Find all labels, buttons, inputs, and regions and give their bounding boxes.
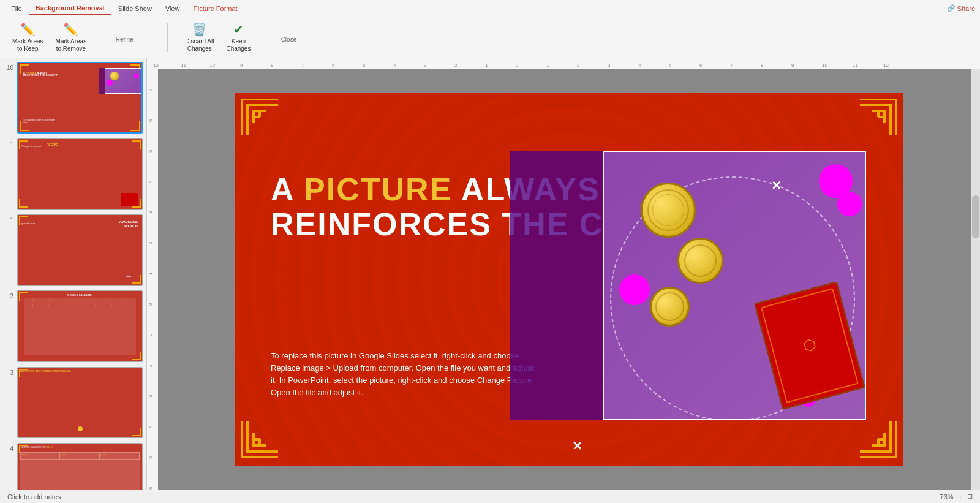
slide-thumb-13[interactable]: INFOGRAPHICS: MAKE YOUR DATA UNDERSTANDA… (17, 367, 143, 438)
slide-item-12[interactable]: 2 THIS IS A CALENDAR SMTWTFS 25262728293… (2, 289, 144, 363)
scrollbar-track[interactable] (971, 69, 980, 490)
svg-text:3: 3 (148, 395, 153, 398)
tab-file[interactable]: File (5, 2, 28, 15)
slide-thumb-12[interactable]: THIS IS A CALENDAR SMTWTFS 2526272829303… (17, 290, 143, 361)
main-area: 10 A PICTURE ALWAYSREINFORCES THE CONCEP… (0, 58, 980, 490)
mark-areas-keep-button[interactable]: ✏️ Mark Areasto Keep (7, 20, 48, 55)
ribbon: File Background Removal Slide Show View … (0, 0, 980, 58)
keep-label: KeepChanges (226, 38, 251, 53)
svg-text:1: 1 (546, 62, 549, 67)
slide-item-10[interactable]: 10 A PICTURE ALWAYSREINFORCES THE CONCEP… (2, 61, 144, 135)
refine-group: ✏️ Mark Areasto Keep ✏️ Mark Areasto Rem… (7, 20, 155, 55)
slide-canvas: A PICTURE ALWAYS REINFORCES THE CO To re… (235, 93, 903, 466)
svg-text:0: 0 (148, 303, 153, 306)
mark-remove-icon: ✏️ (63, 22, 78, 37)
ruler-top: 1211109876543210123456789101112 (147, 58, 980, 69)
slide-number-1: 1 (4, 141, 13, 148)
tab-background-removal[interactable]: Background Removal (29, 2, 111, 15)
svg-text:1: 1 (485, 62, 488, 67)
corner-deco-tl (241, 99, 303, 162)
slide-body-text: To replace this picture in Google Slides… (271, 350, 540, 399)
svg-text:5: 5 (148, 456, 153, 459)
svg-text:0: 0 (516, 62, 519, 67)
svg-text:3: 3 (608, 62, 611, 67)
tab-picture-format[interactable]: Picture Format (187, 2, 244, 15)
close-group: 🗑️ Discard AllChanges ✔ KeepChanges Clos… (180, 20, 319, 55)
magenta-blob-2 (837, 192, 862, 216)
svg-text:12: 12 (153, 62, 159, 67)
share-button[interactable]: 🔗 Share (947, 4, 975, 12)
svg-text:5: 5 (363, 62, 366, 67)
slide-number-10: 10 (4, 64, 13, 71)
ruler-side-wrapper: 7 6 5 4 3 2 1 0 1 2 3 4 5 6 7 (147, 69, 980, 490)
slide-thumb-1[interactable]: RECIPE Primary is the dominant... (17, 138, 143, 210)
svg-text:4: 4 (148, 425, 153, 428)
tab-slide-show[interactable]: Slide Show (112, 2, 158, 15)
status-notes: Click to add notes (7, 493, 61, 501)
svg-text:12: 12 (883, 62, 889, 67)
svg-text:6: 6 (148, 119, 153, 122)
status-fit-icon[interactable]: ⊡ (967, 493, 973, 501)
mark-remove-label: Mark Areasto Remove (56, 38, 87, 53)
ribbon-divider-1 (167, 23, 168, 52)
svg-text:3: 3 (148, 211, 153, 214)
svg-text:6: 6 (332, 62, 335, 67)
slide-item-1[interactable]: 1 RECIPE Primary is the dominant... (2, 137, 144, 211)
status-zoom-out-icon[interactable]: − (931, 493, 935, 501)
status-bar: Click to add notes − 73% + ⊡ (0, 490, 980, 503)
tab-view[interactable]: View (159, 2, 186, 15)
svg-text:2: 2 (148, 364, 153, 367)
svg-text:2: 2 (454, 62, 458, 67)
ruler-left: 7 6 5 4 3 2 1 0 1 2 3 4 5 6 7 (147, 69, 158, 490)
content-area: 1211109876543210123456789101112 7 6 5 (147, 58, 980, 490)
slide-canvas-area[interactable]: A PICTURE ALWAYS REINFORCES THE CO To re… (158, 69, 980, 490)
ruler-svg-top: 1211109876543210123456789101112 (147, 58, 980, 67)
bg-removal-image-area[interactable]: ⬡ (603, 151, 866, 420)
svg-text:7: 7 (730, 62, 733, 67)
svg-text:6: 6 (699, 62, 703, 67)
coin-1 (641, 183, 696, 238)
slide-thumb-10[interactable]: A PICTURE ALWAYSREINFORCES THE CONCEPT T… (17, 62, 143, 134)
status-zoom-level: 73% (940, 493, 954, 501)
slide-item-13[interactable]: 3 INFOGRAPHICS: MAKE YOUR DATA UNDERSTAN… (2, 366, 144, 439)
slide-thumb-11[interactable]: figure with clouds AWESOMEWORDS ☁️☁️ (17, 214, 143, 286)
svg-text:7: 7 (148, 88, 153, 91)
svg-text:4: 4 (393, 62, 396, 67)
corner-deco-bl (241, 396, 303, 460)
x-marker-2[interactable]: ✕ (572, 439, 582, 453)
status-zoom-in-icon[interactable]: + (959, 493, 962, 501)
scrollbar-thumb[interactable] (972, 195, 979, 238)
svg-text:10: 10 (822, 62, 827, 67)
svg-text:5: 5 (148, 149, 153, 153)
close-label: Close (258, 34, 319, 43)
slide-item-11[interactable]: 1 figure with clouds AWESOMEWORDS ☁️☁️ (2, 213, 144, 287)
discard-changes-button[interactable]: 🗑️ Discard AllChanges (180, 20, 219, 55)
ruler-svg-left: 7 6 5 4 3 2 1 0 1 2 3 4 5 6 7 (147, 69, 158, 490)
svg-text:1: 1 (148, 272, 153, 275)
svg-text:2: 2 (577, 62, 580, 67)
mark-areas-remove-button[interactable]: ✏️ Mark Areasto Remove (51, 20, 92, 55)
svg-text:8: 8 (271, 62, 274, 67)
slide-thumb-14[interactable]: ...AND THE SAME GOES FOR TABLES GENRE IT… (17, 443, 143, 490)
slide-number-11: 1 (4, 217, 13, 224)
svg-text:4: 4 (638, 62, 641, 67)
svg-text:8: 8 (761, 62, 764, 67)
svg-text:3: 3 (424, 62, 427, 67)
svg-text:7: 7 (301, 62, 304, 67)
mark-keep-icon: ✏️ (20, 22, 36, 37)
svg-text:10: 10 (209, 62, 215, 67)
slide-number-13: 3 (4, 369, 13, 376)
discard-icon: 🗑️ (192, 22, 207, 37)
coin-3 (650, 287, 690, 327)
refine-label: Refine (94, 34, 155, 43)
svg-text:11: 11 (853, 62, 858, 67)
slide-number-14: 4 (4, 445, 13, 452)
x-marker-1[interactable]: ✕ (771, 178, 782, 193)
svg-text:5: 5 (669, 62, 672, 67)
ribbon-content: ✏️ Mark Areasto Keep ✏️ Mark Areasto Rem… (0, 17, 980, 58)
slide-item-14[interactable]: 4 ...AND THE SAME GOES FOR TABLES GENRE … (2, 442, 144, 490)
svg-text:2: 2 (148, 241, 153, 244)
slide-number-12: 2 (4, 293, 13, 300)
svg-text:9: 9 (240, 62, 243, 67)
keep-changes-button[interactable]: ✔ KeepChanges (221, 20, 255, 55)
